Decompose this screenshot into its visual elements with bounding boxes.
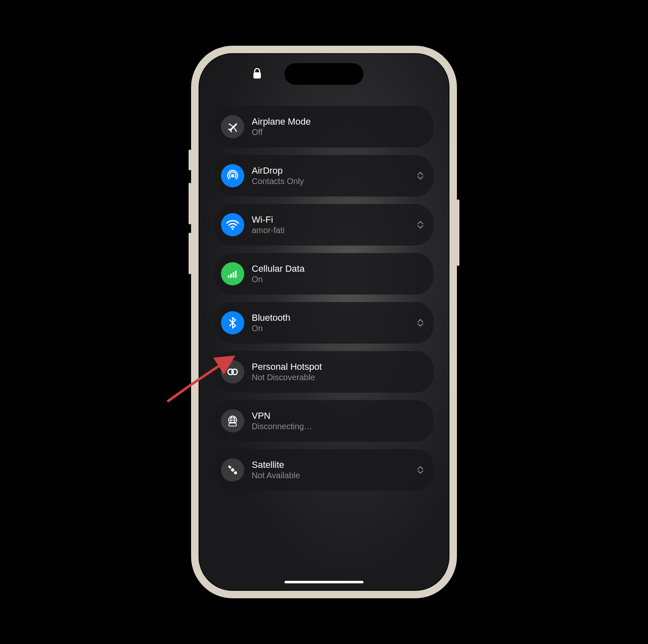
svg-rect-6 <box>235 270 237 278</box>
lock-icon <box>253 68 262 81</box>
satellite-row[interactable]: Satellite Not Available <box>214 449 434 491</box>
silent-switch[interactable] <box>189 150 191 170</box>
svg-rect-14 <box>229 423 236 426</box>
airdrop-row[interactable]: AirDrop Contacts Only <box>214 155 434 197</box>
hotspot-status: Not Discoverable <box>252 372 322 382</box>
vpn-title: VPN <box>252 410 312 421</box>
wifi-icon <box>221 213 244 236</box>
hotspot-title: Personal Hotspot <box>252 361 322 372</box>
svg-rect-3 <box>228 275 230 278</box>
hotspot-icon <box>221 360 244 383</box>
airdrop-title: AirDrop <box>252 165 304 176</box>
cellular-status: On <box>252 274 304 284</box>
svg-rect-5 <box>233 272 234 278</box>
cellular-icon <box>221 262 244 285</box>
volume-down-button[interactable] <box>189 233 191 274</box>
bluetooth-row[interactable]: Bluetooth On <box>214 302 434 344</box>
dynamic-island <box>285 63 363 85</box>
satellite-icon <box>221 458 244 482</box>
svg-rect-16 <box>228 465 232 469</box>
side-button[interactable] <box>457 199 459 266</box>
home-indicator[interactable] <box>285 581 363 583</box>
wifi-network-name: amor-fati <box>252 225 285 235</box>
screen: Airplane Mode Off AirDrop Contacts Only <box>199 53 449 591</box>
vpn-row[interactable]: VPN Disconnecting… <box>214 400 434 442</box>
airdrop-status: Contacts Only <box>252 176 304 186</box>
wifi-row[interactable]: Wi-Fi amor-fati <box>214 204 434 246</box>
expand-icon <box>417 466 424 474</box>
satellite-status: Not Available <box>252 470 300 480</box>
svg-rect-0 <box>253 72 261 79</box>
expand-icon <box>417 221 424 229</box>
bluetooth-title: Bluetooth <box>252 312 290 323</box>
airplane-title: Airplane Mode <box>252 116 311 127</box>
svg-rect-4 <box>230 274 232 278</box>
svg-point-1 <box>231 174 234 177</box>
bluetooth-status: On <box>252 323 290 333</box>
satellite-title: Satellite <box>252 460 300 470</box>
bluetooth-icon <box>221 311 244 334</box>
airplane-mode-row[interactable]: Airplane Mode Off <box>214 106 434 147</box>
svg-rect-15 <box>231 468 235 472</box>
airplane-status: Off <box>252 127 311 137</box>
phone-frame: Airplane Mode Off AirDrop Contacts Only <box>191 46 457 598</box>
expand-icon <box>417 172 424 180</box>
airplane-icon <box>221 115 244 138</box>
airdrop-icon <box>221 164 244 187</box>
cellular-data-row[interactable]: Cellular Data On <box>214 253 434 295</box>
svg-point-8 <box>232 369 237 374</box>
cellular-title: Cellular Data <box>252 263 304 274</box>
wifi-title: Wi-Fi <box>252 214 285 225</box>
svg-point-2 <box>232 228 233 230</box>
personal-hotspot-row[interactable]: Personal Hotspot Not Discoverable <box>214 351 434 393</box>
vpn-icon <box>221 409 244 433</box>
vpn-status: Disconnecting… <box>252 421 312 431</box>
expand-icon <box>417 319 424 327</box>
volume-up-button[interactable] <box>189 183 191 224</box>
connectivity-controls-list: Airplane Mode Off AirDrop Contacts Only <box>199 106 449 491</box>
